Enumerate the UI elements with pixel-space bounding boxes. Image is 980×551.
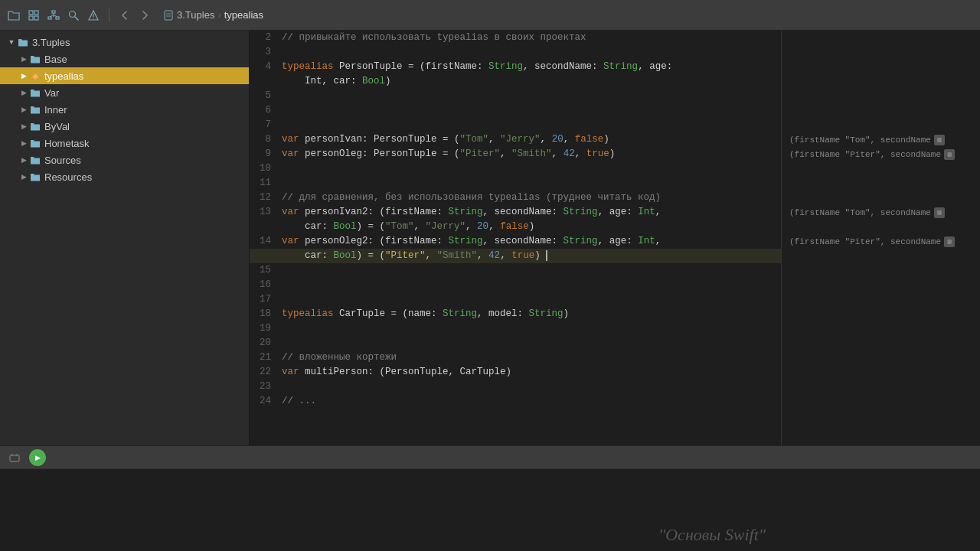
- line-number: 15: [250, 263, 279, 278]
- result-empty: [782, 220, 980, 234]
- result-empty: [782, 307, 980, 321]
- main-layout: ▼ 3.Tuples ▶ Base ▶ ◆ typealias ▶ Var: [0, 31, 980, 445]
- line-content: [279, 336, 781, 350]
- line-content: Int, car: Bool): [279, 74, 781, 89]
- line-content: [279, 103, 781, 118]
- folder-closed-icon: [29, 103, 41, 116]
- result-empty: [782, 249, 980, 263]
- svg-rect-14: [165, 11, 172, 20]
- line-number: 11: [250, 176, 279, 191]
- line-number: 22: [250, 365, 279, 380]
- result-icon-9[interactable]: ▤: [944, 149, 955, 160]
- line-content: // привыкайте использовать typealias в с…: [279, 31, 781, 45]
- result-empty: [782, 45, 980, 60]
- code-line-14: 14 var personOleg2: (firstName: String, …: [250, 234, 781, 249]
- svg-line-11: [75, 17, 78, 20]
- sidebar-item-typealias[interactable]: ▶ ◆ typealias: [0, 67, 249, 84]
- result-empty: [782, 60, 980, 74]
- sidebar-item-base[interactable]: ▶ Base: [0, 51, 249, 67]
- line-number: 19: [250, 321, 279, 336]
- line-number: 6: [250, 103, 279, 118]
- sidebar-label-base: Base: [44, 54, 67, 65]
- code-editor[interactable]: 2 // привыкайте использовать typealias в…: [250, 31, 781, 445]
- line-number: [250, 220, 279, 234]
- result-empty: [782, 89, 980, 103]
- line-number: 7: [250, 118, 279, 132]
- line-content: var personOleg2: (firstName: String, sec…: [279, 234, 781, 249]
- folder-icon[interactable]: [6, 8, 21, 23]
- result-line-14: (firstName "Piter", secondName ▤: [782, 234, 980, 249]
- line-content: // для сравнения, без использования type…: [279, 191, 781, 205]
- result-text-8: (firstName "Tom", secondName: [789, 135, 931, 145]
- line-content: [279, 278, 781, 292]
- toolbar: 3.Tuples › typealias: [0, 0, 980, 31]
- grid-icon[interactable]: [26, 8, 41, 23]
- line-number: 16: [250, 278, 279, 292]
- sidebar-item-3tuples[interactable]: ▼ 3.Tuples: [0, 34, 249, 51]
- result-icon-13[interactable]: ▤: [934, 207, 945, 218]
- arrow-icon: ▶: [18, 121, 29, 132]
- line-content: [279, 89, 781, 103]
- result-empty: [782, 350, 980, 365]
- code-line-15: 15: [250, 263, 781, 278]
- line-number: 10: [250, 161, 279, 176]
- sidebar-item-var[interactable]: ▶ Var: [0, 84, 249, 101]
- svg-rect-0: [29, 11, 33, 15]
- warning-icon[interactable]: [86, 8, 101, 23]
- line-content: car: Bool) = ("Tom", "Jerry", 20, false): [279, 220, 781, 234]
- separator: [109, 8, 109, 22]
- sidebar-item-resources[interactable]: ▶ Resources: [0, 168, 249, 185]
- sidebar-label-byval: ByVal: [44, 121, 70, 132]
- line-content: [279, 380, 781, 394]
- line-content: [279, 263, 781, 278]
- result-empty: [782, 278, 980, 292]
- breadcrumb-current: typealias: [224, 9, 263, 21]
- breadcrumb: 3.Tuples › typealias: [163, 9, 263, 21]
- code-line-12: 12 // для сравнения, без использования t…: [250, 191, 781, 205]
- result-empty: [782, 118, 980, 132]
- arrow-icon: ▼: [6, 37, 17, 47]
- code-line-14b: car: Bool) = ("Piter", "Smith", 42, true…: [250, 249, 781, 263]
- swift-file-icon: ◆: [29, 70, 41, 82]
- line-content: [279, 118, 781, 132]
- line-number: 18: [250, 307, 279, 321]
- sidebar-item-byval[interactable]: ▶ ByVal: [0, 118, 249, 135]
- line-number: 14: [250, 234, 279, 249]
- code-line-4: 4 typealias PersonTuple = (firstName: St…: [250, 60, 781, 74]
- svg-rect-5: [48, 17, 51, 19]
- hierarchy-icon[interactable]: [46, 8, 61, 23]
- sidebar-item-sources[interactable]: ▶ Sources: [0, 152, 249, 168]
- debug-icon[interactable]: [6, 449, 23, 466]
- line-number: 24: [250, 394, 279, 409]
- code-line-10: 10: [250, 161, 781, 176]
- result-empty: [782, 263, 980, 278]
- code-area: 2 // привыкайте использовать typealias в…: [250, 31, 980, 445]
- line-number: 4: [250, 60, 279, 74]
- code-line-20: 20: [250, 336, 781, 350]
- code-line-17: 17: [250, 292, 781, 307]
- breadcrumb-parent[interactable]: 3.Tuples: [177, 9, 214, 21]
- result-empty: [782, 365, 980, 380]
- arrow-icon: ▶: [18, 87, 29, 98]
- line-number: 20: [250, 336, 279, 350]
- sidebar-item-inner[interactable]: ▶ Inner: [0, 101, 249, 118]
- bottom-toolbar: ▶: [0, 445, 980, 468]
- svg-rect-4: [52, 11, 55, 13]
- arrow-icon: ▶: [18, 104, 29, 115]
- result-icon-14[interactable]: ▤: [944, 236, 955, 247]
- folder-closed-icon: [29, 137, 41, 149]
- forward-icon[interactable]: [137, 8, 152, 23]
- result-icon-8[interactable]: ▤: [934, 135, 945, 145]
- line-content: [279, 176, 781, 191]
- line-number: 9: [250, 147, 279, 161]
- code-line-2: 2 // привыкайте использовать typealias в…: [250, 31, 781, 45]
- search-icon[interactable]: [66, 8, 81, 23]
- line-number: 13: [250, 205, 279, 220]
- sidebar-item-hometask[interactable]: ▶ Hometask: [0, 135, 249, 152]
- sidebar-label-sources: Sources: [44, 155, 81, 166]
- result-empty: [782, 74, 980, 89]
- back-icon[interactable]: [117, 8, 132, 23]
- play-button[interactable]: ▶: [29, 449, 46, 466]
- line-content: typealias PersonTuple = (firstName: Stri…: [279, 60, 781, 74]
- line-number: 3: [250, 45, 279, 60]
